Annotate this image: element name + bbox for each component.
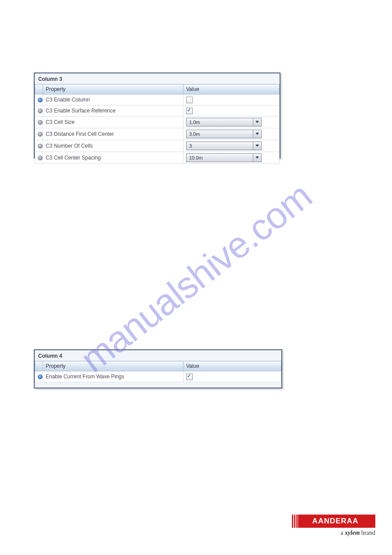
property-label: C3 Cell Size [43,116,183,128]
enable-column-checkbox[interactable] [186,97,193,103]
logo-tagline: a xylem brand [291,528,375,537]
tagline-brand: xylem [345,530,360,536]
svg-marker-1 [255,133,259,135]
combo-value: 3.0m [187,131,253,137]
combo-value: 1.0m [187,120,253,125]
combo-value: 3 [187,143,253,149]
panel-title: Column 3 [35,73,280,84]
cell-size-combo[interactable]: 1.0m [186,118,262,127]
tagline-prefix: a [341,530,345,536]
row-bullet-icon [38,120,43,125]
property-label: Enable Current From Wave Pings [43,371,183,382]
property-label: C3 Enable Surface Reference [43,105,183,116]
svg-marker-2 [255,145,259,147]
table-row: C3 Distance First Cell Center 3.0m [35,128,280,140]
enable-current-from-wave-checkbox[interactable] [186,374,193,380]
enable-surface-ref-checkbox[interactable] [186,108,193,114]
number-of-cells-combo[interactable]: 3 [186,141,262,150]
brand-logo: AANDERAA a xylem brand [291,515,375,537]
property-label: C3 Cell Center Spacing [43,152,183,164]
property-label: C3 Enable Column [43,94,183,105]
logo-text: AANDERAA [312,517,358,526]
table-row: C3 Cell Center Spacing 10.0m [35,152,280,164]
table-row: C3 Cell Size 1.0m [35,116,280,128]
property-label: C3 Distance First Cell Center [43,128,183,140]
property-table: Property Value Enable Current From Wave … [35,361,281,382]
table-header-row: Property Value [35,361,281,371]
row-bullet-icon [38,156,43,160]
table-row: Enable Current From Wave Pings [35,371,281,382]
table-row: C3 Number Of Cells 3 [35,140,280,152]
column4-panel: Column 4 Property Value Enable Current F… [34,349,282,388]
row-bullet-icon [38,98,43,102]
row-bullet-icon [38,109,43,113]
row-bullet-icon [38,144,43,149]
property-label: C3 Number Of Cells [43,140,183,152]
table-row: C3 Enable Column [35,94,280,105]
row-bullet-icon [38,132,43,137]
table-header-row: Property Value [35,84,280,94]
svg-marker-0 [255,121,259,123]
chevron-down-icon [253,130,261,138]
property-table: Property Value C3 Enable Column C3 Enabl… [35,84,280,164]
cell-center-spacing-combo[interactable]: 10.0m [186,153,262,162]
header-property: Property [43,361,183,371]
header-property: Property [43,84,183,94]
svg-marker-3 [255,156,259,159]
header-value: Value [183,361,281,371]
logo-stripe-icon [291,515,298,528]
table-row: C3 Enable Surface Reference [35,105,280,116]
header-value: Value [183,84,280,94]
column3-panel: Column 3 Property Value C3 Enable Column… [34,73,281,159]
distance-first-cell-combo[interactable]: 3.0m [186,130,262,138]
tagline-suffix: brand [360,530,375,536]
chevron-down-icon [253,142,261,150]
combo-value: 10.0m [187,155,253,160]
logo-band: AANDERAA [291,515,375,528]
chevron-down-icon [253,118,261,126]
panel-title: Column 4 [35,350,281,361]
chevron-down-icon [253,154,261,162]
row-bullet-icon [38,374,43,379]
